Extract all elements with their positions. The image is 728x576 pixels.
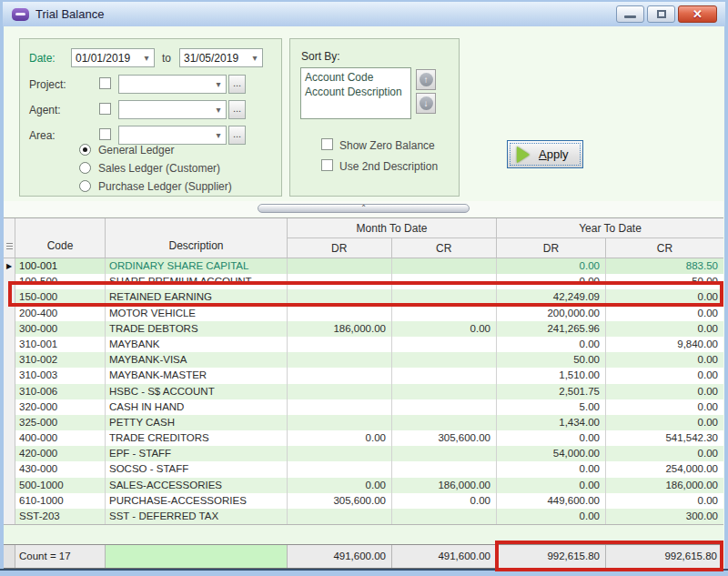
table-row[interactable]: 500-1000SALES-ACCESSORIES0.00186,000.000… [4,478,723,493]
cell-description: MOTOR VEHICLE [106,306,288,321]
apply-button[interactable]: Apply [507,140,583,168]
cell-ytd-cr: 0.00 [606,493,723,509]
cell-mtd-cr [392,384,497,399]
table-row[interactable]: 100-500SHARE PREMIUM ACCOUNT0.0050.00 [4,274,723,289]
project-checkbox[interactable] [99,77,111,89]
row-indicator-cell [4,415,15,430]
use-2nd-description-checkbox[interactable] [321,159,333,171]
cell-ytd-cr: 254,000.00 [606,461,723,477]
area-browse-button[interactable]: ... [228,126,246,145]
cell-description: MAYBANK [106,337,288,352]
project-browse-button[interactable]: ... [228,75,246,94]
chevron-down-icon: ▾ [211,130,226,140]
cell-code: 100-500 [15,274,106,289]
minimize-button[interactable] [616,5,644,23]
row-indicator-cell [4,461,15,477]
grid-header: Code Description Month To Date DR CR Yea… [4,218,723,258]
agent-select[interactable]: ▾ [118,100,227,119]
column-header-ytd-cr[interactable]: CR [606,238,723,258]
cell-description: PURCHASE-ACCESSORIES [106,493,288,509]
cell-ytd-dr: 50.00 [497,352,606,368]
panel-collapse-splitter[interactable]: ⌃ [258,204,470,213]
cell-ytd-cr: 186,000.00 [606,478,723,493]
column-header-mtd-dr[interactable]: DR [288,238,392,258]
table-row[interactable]: 400-000TRADE CREDITORS0.00305,600.000.00… [4,430,723,446]
radio-purchase-ledger[interactable] [79,180,91,192]
grid-rows: ▶100-001ORDINARY SHARE CAPITAL0.00883.50… [4,258,723,524]
row-indicator-cell [4,289,15,305]
cell-mtd-dr [288,289,392,305]
cell-description: MAYBANK-VISA [106,352,288,368]
cell-mtd-dr [288,274,392,289]
grid-indicator-header[interactable] [4,218,15,258]
footer-indicator-cell [4,545,15,568]
cell-description: SALES-ACCESSORIES [106,478,288,493]
trial-balance-window: Trial Balance ✕ Date: 01/01/2019 ▾ to 31… [0,0,728,576]
table-row[interactable]: 610-1000PURCHASE-ACCESSORIES305,600.000.… [4,493,723,509]
row-indicator-cell [4,368,15,383]
sort-move-up-button[interactable]: ↑ [416,69,436,90]
close-button[interactable]: ✕ [678,5,717,23]
table-row[interactable]: 430-000SOCSO - STAFF0.00254,000.00 [4,461,723,477]
footer-ytd-dr-total: 992,615.80 [497,545,606,568]
table-row[interactable]: SST-203SST - DEFERRED TAX0.00300.00 [4,509,723,524]
cell-ytd-dr: 449,600.00 [497,493,606,509]
show-zero-balance-label: Show Zero Balance [339,139,435,152]
cell-ytd-cr: 300.00 [606,509,723,524]
column-header-ytd-dr[interactable]: DR [497,238,606,258]
date-from-select[interactable]: 01/01/2019 ▾ [71,48,155,67]
table-row[interactable]: 325-000PETTY CASH1,434.000.00 [4,415,723,430]
table-row[interactable]: 310-006HSBC - S$ ACCOUNT2,501.750.00 [4,384,723,399]
table-row[interactable]: 310-001MAYBANK0.009,840.00 [4,337,723,352]
cell-ytd-dr: 0.00 [497,461,606,477]
grid-filler [4,524,723,544]
cell-mtd-dr [288,399,392,415]
cell-mtd-dr [288,337,392,352]
show-zero-balance-checkbox[interactable] [321,138,333,150]
radio-general-ledger[interactable] [79,144,91,156]
table-row[interactable]: 200-400MOTOR VEHICLE200,000.000.00 [4,306,723,321]
date-to-select[interactable]: 31/05/2019 ▾ [179,48,263,67]
table-row[interactable]: 300-000TRADE DEBTORS186,000.000.00241,26… [4,321,723,337]
cell-mtd-cr [392,352,497,368]
cell-ytd-dr: 0.00 [497,337,606,352]
trial-balance-grid: Code Description Month To Date DR CR Yea… [4,217,723,569]
maximize-button[interactable] [647,5,675,23]
table-row[interactable]: 310-003MAYBANK-MASTER1,510.000.00 [4,368,723,383]
group-header-year-to-date: Year To Date DR CR [497,218,723,258]
table-row[interactable]: 310-002MAYBANK-VISA50.000.00 [4,352,723,368]
project-select[interactable]: ▾ [118,75,227,94]
group-label-month-to-date: Month To Date [288,218,496,238]
use-2nd-description-label: Use 2nd Description [339,160,438,173]
grid-customization-icon [6,243,13,251]
cell-mtd-cr: 0.00 [392,493,497,509]
sort-item-account-code[interactable]: Account Code [301,70,410,85]
table-row[interactable]: 420-000EPF - STAFF54,000.000.00 [4,446,723,461]
cell-ytd-cr: 0.00 [606,321,723,337]
arrow-down-icon: ↓ [420,96,433,110]
cell-mtd-cr [392,368,497,383]
sort-item-account-description[interactable]: Account Description [301,85,410,99]
area-checkbox[interactable] [99,128,111,140]
agent-browse-button[interactable]: ... [228,100,246,119]
cell-mtd-cr: 305,600.00 [392,430,497,446]
column-header-mtd-cr[interactable]: CR [392,238,497,258]
column-header-description[interactable]: Description [106,218,288,258]
cell-ytd-dr: 2,501.75 [497,384,606,399]
row-indicator-cell [4,493,15,509]
minimize-icon [624,15,636,18]
apply-button-label: Apply [539,147,569,161]
date-label: Date: [29,52,56,65]
sort-listbox[interactable]: Account Code Account Description [300,67,411,119]
cell-description: TRADE CREDITORS [106,430,288,446]
table-row[interactable]: 320-000CASH IN HAND5.000.00 [4,399,723,415]
agent-checkbox[interactable] [99,103,111,115]
row-indicator-cell [4,337,15,352]
area-select[interactable]: ▾ [118,126,227,145]
table-row[interactable]: 150-000RETAINED EARNING42,249.090.00 [4,289,723,305]
sort-move-down-button[interactable]: ↓ [416,93,436,114]
radio-sales-ledger[interactable] [79,162,91,174]
chevron-down-icon: ▾ [211,105,226,115]
column-header-code[interactable]: Code [15,218,106,258]
table-row[interactable]: ▶100-001ORDINARY SHARE CAPITAL0.00883.50 [4,258,723,274]
